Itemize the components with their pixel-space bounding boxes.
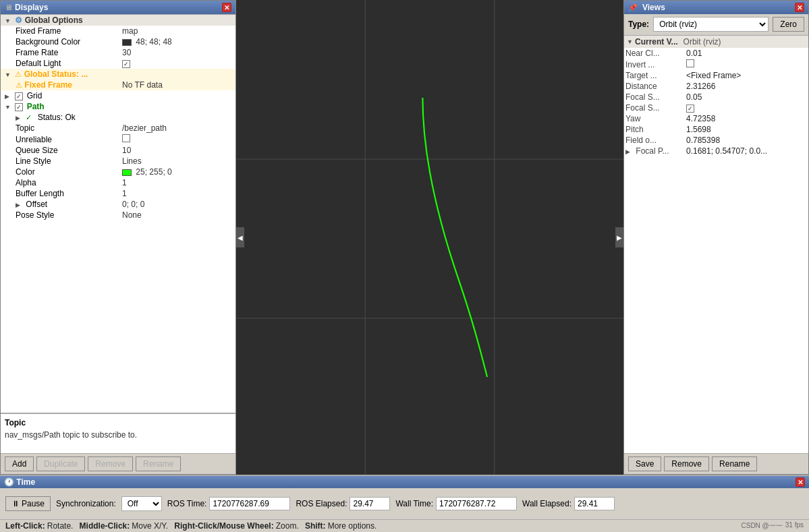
background-color-value: 48; 48; 48 (122, 37, 234, 47)
viewport[interactable]: ◀ ▶ (236, 0, 623, 475)
default-light-value: ✓ (122, 59, 234, 68)
status-ok-row[interactable]: ▶ ✓ Status: Ok (1, 112, 235, 123)
views-buttons: Save Remove Rename (624, 453, 808, 474)
middle-click-action: Move X/Y. (132, 521, 168, 531)
global-options-row[interactable]: ▼ ⚙ Global Options (1, 15, 235, 26)
background-color-row[interactable]: Background Color 48; 48; 48 (1, 36, 235, 47)
sync-select[interactable]: Off (121, 496, 162, 511)
pitch-label: Pitch (625, 125, 686, 134)
color-row[interactable]: Color 25; 255; 0 (1, 167, 235, 177)
time-close-button[interactable]: ✕ (796, 477, 805, 487)
remove-view-button[interactable]: Remove (664, 456, 709, 471)
path-arrow[interactable]: ▼ (5, 104, 13, 111)
near-clip-row[interactable]: Near Cl... 0.01 (624, 48, 808, 59)
collapse-left-button[interactable]: ◀ (236, 227, 244, 247)
pitch-value: 1.5698 (686, 125, 807, 134)
zero-button[interactable]: Zero (773, 17, 804, 32)
offset-row[interactable]: ▶ Offset 0; 0; 0 (1, 199, 235, 210)
ros-time-input[interactable] (209, 497, 290, 510)
target-row[interactable]: Target ... <Fixed Frame> (624, 70, 808, 81)
field-of-view-row[interactable]: Field o... 0.785398 (624, 135, 808, 146)
focal-s2-row[interactable]: Focal S... ✓ (624, 102, 808, 113)
shift-label: Shift: (305, 521, 326, 531)
focal-point-label: Focal P... (636, 146, 669, 156)
global-status-arrow[interactable]: ▼ (5, 71, 13, 78)
focal-s2-checkbox[interactable]: ✓ (686, 105, 694, 113)
focal-point-arrow[interactable]: ▶ (625, 148, 634, 155)
grid-row[interactable]: ▶ ✓ Grid (1, 90, 235, 101)
background-color-label: Background Color (14, 37, 122, 47)
rename-view-button[interactable]: Rename (712, 456, 757, 471)
rename-button[interactable]: Rename (136, 456, 181, 471)
type-select[interactable]: Orbit (rviz) (653, 17, 769, 32)
fixed-frame-warn-row[interactable]: ⚠ Fixed Frame No TF data (1, 80, 235, 90)
ros-elapsed-input[interactable] (350, 497, 390, 510)
path-checkbox[interactable]: ✓ (15, 103, 23, 111)
fixed-frame-warn-icon: ⚠ (16, 81, 22, 89)
yaw-value: 4.72358 (686, 114, 807, 123)
path-row[interactable]: ▼ ✓ Path (1, 101, 235, 112)
queue-size-row[interactable]: Queue Size 10 (1, 145, 235, 156)
displays-panel: 🖥 Displays ✕ ▼ ⚙ Global Options Fixe (0, 0, 236, 475)
buffer-length-value: 1 (122, 189, 234, 198)
default-light-row[interactable]: Default Light ✓ (1, 58, 235, 69)
grid-checkbox[interactable]: ✓ (15, 92, 23, 100)
add-button[interactable]: Add (5, 456, 34, 471)
fixed-frame-row[interactable]: Fixed Frame map (1, 26, 235, 36)
near-clip-value: 0.01 (686, 49, 807, 58)
color-swatch (122, 169, 132, 176)
pitch-row[interactable]: Pitch 1.5698 (624, 124, 808, 135)
invert-checkbox[interactable] (686, 59, 694, 67)
focal-s1-row[interactable]: Focal S... 0.05 (624, 92, 808, 102)
displays-close-button[interactable]: ✕ (222, 3, 231, 12)
ros-time-field: ROS Time: (167, 497, 291, 510)
displays-titlebar: 🖥 Displays ✕ (1, 1, 235, 14)
type-row: Type: Orbit (rviz) Zero (624, 14, 808, 35)
status-ok-check-icon: ✓ (26, 113, 35, 122)
buffer-length-row[interactable]: Buffer Length 1 (1, 188, 235, 199)
alpha-label: Alpha (14, 178, 122, 187)
wall-elapsed-input[interactable] (574, 497, 615, 510)
global-status-row[interactable]: ▼ ⚠ Global Status: ... (1, 69, 235, 80)
topic-label: Topic (14, 123, 122, 133)
yaw-row[interactable]: Yaw 4.72358 (624, 113, 808, 124)
near-clip-label: Near Cl... (625, 49, 686, 58)
grid-arrow[interactable]: ▶ (5, 93, 13, 100)
offset-arrow[interactable]: ▶ (16, 202, 24, 208)
queue-size-label: Queue Size (14, 146, 122, 155)
duplicate-button[interactable]: Duplicate (36, 456, 85, 471)
focal-point-row[interactable]: ▶ Focal P... 0.1681; 0.54707; 0.0... (624, 146, 808, 156)
sync-label: Synchronization: (56, 499, 116, 508)
current-view-header[interactable]: ▼ Current V... Orbit (rviz) (624, 36, 808, 48)
default-light-checkbox[interactable]: ✓ (122, 60, 130, 68)
pause-button[interactable]: ⏸ Pause (5, 496, 51, 511)
current-view-arrow[interactable]: ▼ (627, 38, 635, 45)
views-close-button[interactable]: ✕ (795, 3, 804, 12)
views-panel: 📌 Views ✕ Type: Orbit (rviz) Zero ▼ Curr… (623, 0, 809, 475)
displays-buttons: Add Duplicate Remove Rename (1, 453, 235, 474)
wall-time-field: Wall Time: (395, 497, 517, 510)
distance-row[interactable]: Distance 2.31266 (624, 81, 808, 92)
save-button[interactable]: Save (628, 456, 661, 471)
topic-row[interactable]: Topic /bezier_path (1, 123, 235, 134)
alpha-row[interactable]: Alpha 1 (1, 177, 235, 188)
status-bar: Left-Click: Rotate. Middle-Click: Move X… (0, 519, 809, 532)
remove-button[interactable]: Remove (88, 456, 133, 471)
color-value: 25; 255; 0 (122, 167, 234, 177)
fixed-frame-warn-label: Fixed Frame (24, 80, 72, 90)
line-style-row[interactable]: Line Style Lines (1, 156, 235, 167)
unreliable-row[interactable]: Unreliable (1, 134, 235, 145)
right-click-label: Right-Click/Mouse Wheel: (174, 521, 273, 531)
global-options-label: Global Options (25, 16, 83, 25)
invert-row[interactable]: Invert ... (624, 59, 808, 70)
wall-time-input[interactable] (436, 497, 517, 510)
status-ok-arrow[interactable]: ▶ (16, 115, 24, 121)
expand-arrow[interactable]: ▼ (5, 18, 13, 24)
collapse-right-button[interactable]: ▶ (615, 227, 623, 247)
frame-rate-row[interactable]: Frame Rate 30 (1, 47, 235, 58)
pose-style-row[interactable]: Pose Style None (1, 210, 235, 220)
unreliable-checkbox[interactable] (122, 134, 130, 142)
views-title: Views (642, 3, 665, 12)
buffer-length-label: Buffer Length (14, 189, 122, 198)
focal-s1-value: 0.05 (686, 92, 807, 102)
